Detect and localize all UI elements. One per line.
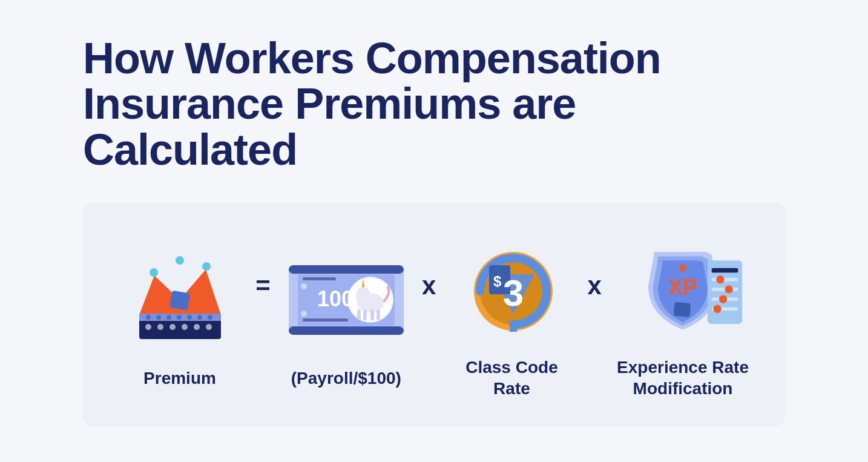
money-icon: 100 (286, 244, 407, 353)
svg-point-11 (202, 262, 211, 271)
svg-point-16 (177, 315, 182, 320)
times-operator-2: x (582, 271, 608, 300)
svg-rect-23 (289, 326, 404, 335)
svg-rect-31 (370, 309, 374, 320)
svg-text:$: $ (493, 273, 502, 289)
classcode-item: $ 3 Class CodeRate (451, 233, 572, 399)
payroll-item: 100 (Payroll/$100) (286, 244, 407, 389)
svg-point-35 (301, 311, 307, 317)
svg-rect-36 (303, 318, 348, 322)
main-title: How Workers Compensation Insurance Premi… (83, 36, 785, 173)
svg-rect-29 (357, 309, 361, 320)
svg-point-4 (157, 324, 163, 330)
svg-point-27 (356, 287, 370, 304)
xp-icon: XP (622, 233, 743, 342)
premium-label: Premium (143, 368, 216, 389)
payroll-label: (Payroll/$100) (291, 368, 401, 389)
formula-section: Premium = (83, 203, 785, 426)
page-container: How Workers Compensation Insurance Premi… (47, 12, 821, 451)
svg-point-6 (182, 324, 188, 330)
svg-point-13 (146, 315, 151, 320)
experience-item: XP (617, 233, 749, 399)
svg-rect-48 (712, 268, 738, 273)
svg-text:XP: XP (668, 275, 697, 300)
premium-item: Premium (119, 244, 240, 389)
svg-rect-22 (289, 265, 404, 274)
svg-point-15 (166, 315, 171, 320)
svg-rect-37 (303, 277, 336, 280)
svg-point-7 (194, 324, 200, 330)
rate-icon: $ 3 (451, 233, 572, 342)
svg-point-54 (719, 295, 727, 303)
svg-rect-49 (712, 278, 738, 282)
svg-point-5 (169, 324, 176, 330)
svg-point-10 (176, 256, 184, 265)
svg-rect-2 (169, 291, 189, 311)
crown-icon (119, 244, 240, 353)
svg-point-8 (206, 324, 212, 330)
classcode-label: Class CodeRate (465, 357, 558, 399)
svg-text:100: 100 (317, 286, 353, 311)
svg-point-50 (716, 276, 724, 283)
experience-label: Experience RateModification (617, 357, 749, 399)
svg-rect-32 (376, 309, 380, 320)
svg-point-17 (187, 315, 192, 320)
svg-point-34 (301, 283, 307, 289)
svg-text:3: 3 (503, 272, 524, 314)
times-operator-1: x (416, 271, 442, 300)
equals-operator: = (249, 271, 277, 300)
svg-rect-46 (674, 302, 691, 317)
svg-point-3 (145, 324, 151, 330)
svg-point-52 (725, 285, 733, 293)
svg-point-45 (679, 265, 686, 271)
svg-point-14 (156, 315, 161, 320)
svg-rect-30 (363, 309, 367, 320)
svg-point-18 (197, 315, 202, 320)
svg-point-56 (714, 305, 722, 312)
svg-point-19 (208, 315, 212, 320)
svg-point-9 (150, 268, 158, 277)
